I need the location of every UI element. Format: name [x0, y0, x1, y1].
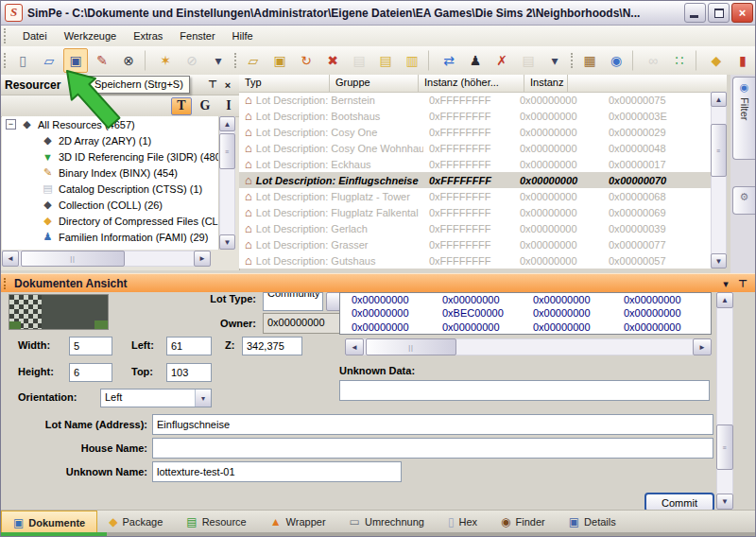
bookmark-icon[interactable]: ▮ [730, 48, 755, 73]
tab-wrapper[interactable]: ▲ Wrapper [259, 511, 338, 533]
chevron-down-icon[interactable]: ▾ [717, 278, 734, 290]
link-disabled-icon[interactable]: ∞ [641, 48, 665, 73]
tree-item[interactable]: ◆ 2D Array (2ARY) (1) [2, 132, 218, 148]
tab-dokumente[interactable]: ▣ Dokumente [1, 511, 97, 533]
tree-item[interactable]: − ◆ All Resources (4657) [2, 116, 218, 132]
close-file-icon[interactable]: ⊗ [116, 48, 141, 73]
restore-button[interactable] [708, 3, 730, 23]
shield-icon[interactable]: ◆ [704, 48, 729, 73]
synchronize-icon[interactable]: ⇄ [437, 48, 461, 73]
new-file-icon[interactable]: ▯ [10, 48, 35, 73]
column-header[interactable]: Gruppe [330, 75, 419, 92]
toolbar-separator[interactable] [428, 50, 433, 71]
notes-icon[interactable]: ▤ [373, 48, 398, 73]
expander-icon[interactable] [26, 232, 37, 242]
tree-item[interactable]: ♟ Familien Information (FAMI) (29) [2, 229, 218, 245]
open-package-icon[interactable]: ▱ [241, 48, 266, 73]
comment-disabled-icon[interactable]: ▤ [347, 48, 371, 73]
remove-sim-icon[interactable]: ✗ [490, 48, 514, 73]
web-update-disabled-icon[interactable]: ⊘ [180, 48, 204, 73]
tab-umrechnung[interactable]: ▭ Umrechnung [338, 511, 437, 533]
column-header[interactable]: Instanz [524, 75, 568, 92]
house-name-input[interactable] [152, 438, 713, 459]
hex-scrollbar-thumb[interactable]: || [366, 338, 456, 355]
resource-row[interactable]: ⌂Lot Description: Einflugschneise 0xFFFF… [239, 172, 711, 188]
minimize-button[interactable] [684, 3, 706, 23]
scroll-up-icon[interactable]: ▲ [219, 116, 235, 131]
tree-item[interactable]: ◆ Collection (COLL) (26) [2, 197, 218, 213]
column-header[interactable]: Instanz (höher... [419, 75, 524, 92]
save-file-icon[interactable]: ▣ [63, 48, 88, 73]
tree-item[interactable]: ▤ Catalog Description (CTSS) (1) [2, 181, 218, 197]
scroll-right-icon[interactable]: ► [693, 338, 712, 355]
menu-item[interactable]: Datei [14, 27, 56, 44]
z-input[interactable] [242, 337, 302, 355]
tree-item[interactable]: ✎ Binary Index (BINX) (454) [2, 165, 218, 181]
scroll-right-icon[interactable]: ► [194, 251, 211, 267]
expander-icon[interactable] [26, 183, 37, 194]
view-types-button[interactable]: T [171, 97, 192, 115]
overflow-icon[interactable]: ▾ [206, 48, 231, 73]
close-button[interactable]: × [731, 3, 753, 23]
panel-grip[interactable] [4, 278, 10, 289]
lot-name-input[interactable] [152, 414, 713, 435]
scroll-up-icon[interactable]: ▲ [716, 292, 733, 308]
sims-tool-icon[interactable]: ✶ [153, 48, 178, 73]
toolbar-separator[interactable] [145, 50, 149, 71]
orientation-combobox[interactable]: Left ▾ [100, 389, 212, 407]
scroll-down-icon[interactable]: ▼ [219, 234, 235, 250]
width-input[interactable] [69, 337, 112, 355]
column-header[interactable]: Typ [239, 75, 330, 92]
tab-details[interactable]: ▣ Details [558, 511, 628, 533]
height-input[interactable] [69, 363, 112, 382]
tree-item[interactable]: ▼ 3D ID Referencing File (3IDR) (480 [2, 148, 218, 165]
resource-row[interactable]: ⌂Lot Description: Gerlach 0xFFFFFFFF 0x0… [239, 220, 711, 236]
scroll-left-icon[interactable]: ◄ [2, 251, 19, 267]
expander-icon[interactable] [26, 216, 37, 226]
overflow-icon[interactable]: ▾ [542, 48, 567, 73]
expander-icon[interactable] [26, 151, 37, 162]
scroll-down-icon[interactable]: ▼ [716, 494, 733, 510]
resource-row[interactable]: ⌂Lot Description: Gutshaus 0xFFFFFFFF 0x… [239, 252, 711, 268]
tab-finder[interactable]: ◉ Finder [490, 511, 558, 533]
tree-scrollbar-thumb[interactable]: ≡ [219, 133, 235, 169]
resource-row[interactable]: ⌂Lot Description: Bootshaus 0xFFFFFFFF 0… [239, 108, 711, 124]
scroll-left-icon[interactable]: ◄ [345, 338, 364, 355]
lot-type-combobox[interactable]: Community [263, 292, 323, 311]
toolbar-separator[interactable] [632, 50, 637, 71]
save-as-icon[interactable]: ✎ [90, 48, 114, 73]
scroll-down-icon[interactable]: ▼ [711, 253, 727, 268]
view-groups-button[interactable]: G [195, 97, 215, 115]
toolbar-grip[interactable] [4, 53, 6, 68]
resource-row[interactable]: ⌂Lot Description: Eckhaus 0xFFFFFFFF 0x0… [239, 156, 711, 172]
sim-browser-icon[interactable]: ♟ [463, 48, 488, 73]
toolbar-grip[interactable] [234, 53, 236, 68]
pin-icon[interactable]: ⊤ [205, 78, 220, 92]
unknown-name-input[interactable] [152, 461, 402, 482]
tab-resource[interactable]: ▤ Resource [175, 511, 258, 533]
resource-row[interactable]: ⌂Lot Description: Cosy One 0xFFFFFFFF 0x… [239, 124, 711, 140]
resource-row[interactable]: ⌂Lot Description: Flugplatz Falkental 0x… [239, 204, 711, 220]
left-input[interactable] [166, 337, 212, 355]
scroll-up-icon[interactable]: ▲ [711, 92, 727, 107]
guide-disabled-icon[interactable]: ▤ [516, 48, 541, 73]
expander-icon[interactable] [26, 167, 37, 178]
tree-hscrollbar-thumb[interactable]: || [21, 251, 125, 267]
menu-item[interactable]: Hilfe [224, 27, 262, 44]
expander-icon[interactable] [26, 199, 37, 210]
menu-item[interactable]: Fenster [171, 27, 223, 44]
owner-field[interactable]: 0x00000000 [263, 313, 341, 334]
save-package-icon[interactable]: ▣ [267, 48, 292, 73]
finder-icon[interactable]: ◉ [604, 48, 628, 73]
top-input[interactable] [166, 363, 212, 382]
expander-icon[interactable] [26, 135, 37, 146]
hex-data-grid[interactable]: 0x000000000x000000000x000000000x00000000… [339, 292, 712, 335]
delete-resource-icon[interactable]: ✖ [320, 48, 345, 73]
toolbar-grip[interactable] [571, 53, 573, 68]
reload-package-icon[interactable]: ↻ [294, 48, 318, 73]
filter-tab[interactable]: ◉ Filter [732, 77, 755, 160]
unknown-data-input[interactable] [339, 380, 710, 401]
open-file-icon[interactable]: ▱ [37, 48, 61, 73]
tree-item[interactable]: ◆ Directory of Compressed Files (CLS [2, 213, 218, 229]
chevron-down-icon[interactable]: ▾ [195, 390, 211, 407]
